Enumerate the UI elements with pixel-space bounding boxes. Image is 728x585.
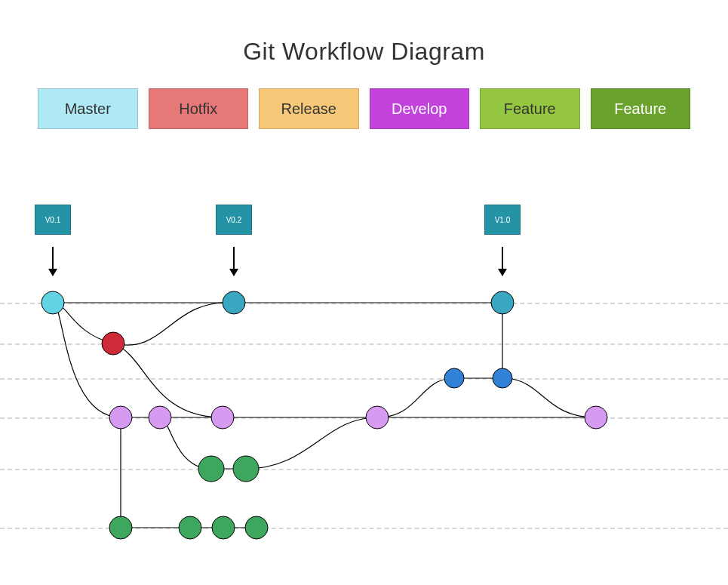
commit-master	[223, 291, 245, 314]
commit-feature2	[212, 516, 235, 539]
legend-hotfix: Hotfix	[149, 88, 249, 129]
commit-master	[41, 291, 64, 314]
commit-feature2	[109, 516, 132, 539]
commit-develop	[585, 406, 607, 429]
commit-develop	[109, 406, 132, 429]
commit-feature2	[179, 516, 201, 539]
commit-graph	[0, 197, 728, 544]
edge	[377, 378, 454, 417]
commit-master	[491, 291, 514, 314]
commit-feature1	[198, 456, 224, 482]
edge	[502, 378, 596, 417]
legend-develop: Develop	[370, 88, 470, 129]
commit-release	[444, 368, 464, 388]
edge	[113, 343, 223, 417]
commit-develop	[211, 406, 234, 429]
timeline-area: V0.1 V0.2 V1.0	[0, 197, 728, 544]
commit-feature1	[233, 456, 259, 482]
legend-release: Release	[259, 88, 359, 129]
legend-row: Master Hotfix Release Develop Feature Fe…	[0, 88, 728, 129]
commit-develop	[149, 406, 171, 429]
legend-feature-a: Feature	[480, 88, 580, 129]
commit-feature2	[245, 516, 268, 539]
edge	[53, 303, 121, 417]
commit-release	[493, 368, 512, 388]
commit-develop	[366, 406, 389, 429]
legend-feature-b: Feature	[591, 88, 691, 129]
edge	[246, 417, 377, 469]
commit-hotfix	[102, 332, 124, 355]
page-title: Git Workflow Diagram	[0, 38, 728, 66]
legend-master: Master	[38, 88, 138, 129]
edge	[113, 303, 234, 345]
